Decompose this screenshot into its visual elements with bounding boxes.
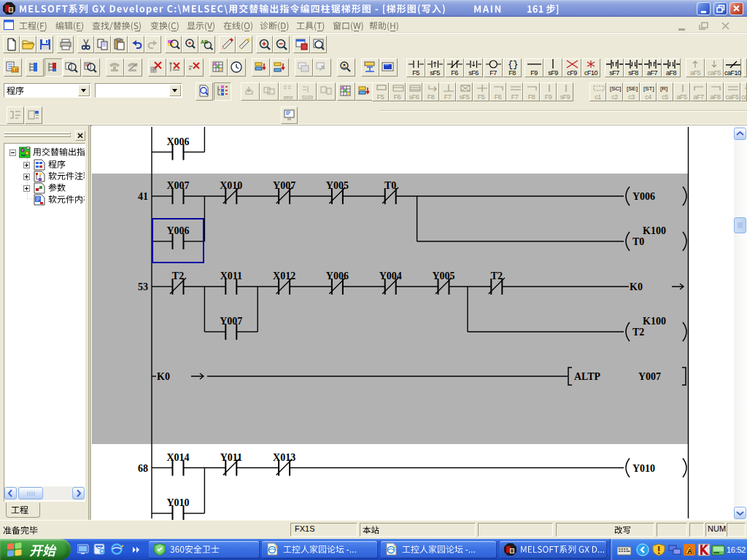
svg-text:K0: K0 <box>157 371 170 382</box>
svg-text:Y007: Y007 <box>638 371 661 382</box>
svg-text:T0: T0 <box>384 180 396 191</box>
svg-text:Y006: Y006 <box>166 225 189 236</box>
svg-text:Y011: Y011 <box>220 452 242 463</box>
svg-text:K100: K100 <box>643 316 666 327</box>
svg-text:Y007: Y007 <box>220 316 242 327</box>
svg-text:T2: T2 <box>632 327 644 338</box>
svg-text:Y006: Y006 <box>632 191 655 202</box>
svg-text:[SE]: [SE] <box>627 85 638 92</box>
svg-text:{}: {} <box>508 60 518 69</box>
svg-text:X007: X007 <box>166 180 189 191</box>
svg-text:LD: LD <box>12 68 19 72</box>
svg-text:Y004: Y004 <box>379 271 402 281</box>
svg-text:Y005: Y005 <box>432 271 454 281</box>
svg-text:ALTP: ALTP <box>574 371 601 382</box>
svg-text:Y010: Y010 <box>166 497 189 508</box>
svg-text:Y006: Y006 <box>326 271 349 281</box>
svg-text:[ST]: [ST] <box>643 85 654 92</box>
svg-text:68: 68 <box>138 463 148 474</box>
svg-text:T2: T2 <box>491 271 503 281</box>
svg-text:X012: X012 <box>273 271 295 281</box>
svg-text:Y007: Y007 <box>273 180 295 191</box>
svg-text:Y010: Y010 <box>632 463 655 474</box>
svg-text:T0: T0 <box>632 236 644 247</box>
svg-text:X006: X006 <box>166 136 189 147</box>
svg-text:A: A <box>687 548 692 555</box>
svg-text:T2: T2 <box>172 271 184 281</box>
svg-text:Y005: Y005 <box>326 180 349 191</box>
svg-text:53: 53 <box>138 281 148 292</box>
svg-text:K100: K100 <box>643 225 666 236</box>
svg-text:[R]: [R] <box>660 85 667 92</box>
svg-text:X011: X011 <box>220 271 242 281</box>
svg-text:K0: K0 <box>630 281 643 292</box>
svg-text:[SC]: [SC] <box>610 85 622 92</box>
svg-text:X013: X013 <box>273 452 295 463</box>
svg-text:41: 41 <box>138 191 148 202</box>
svg-text:X014: X014 <box>166 452 189 463</box>
svg-text:X010: X010 <box>220 180 242 191</box>
